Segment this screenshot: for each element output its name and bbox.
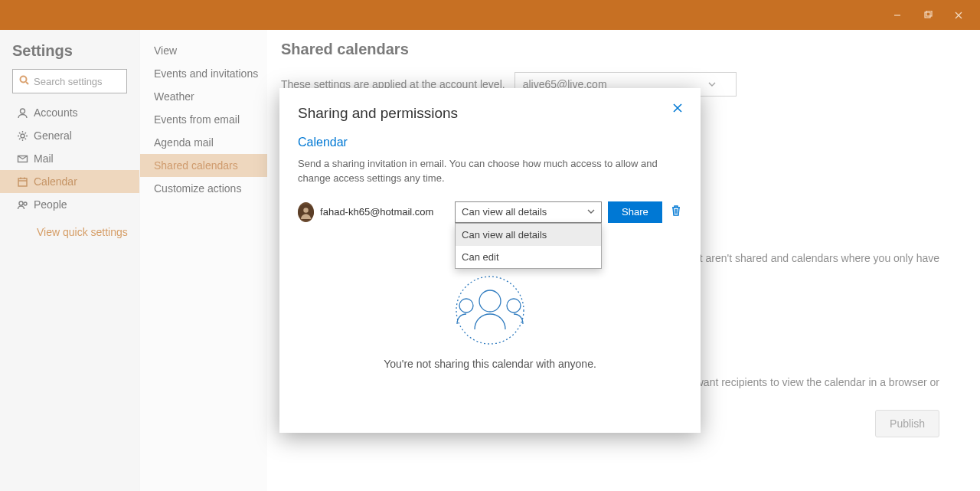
svg-point-21 xyxy=(479,290,501,312)
window-titlebar xyxy=(0,0,980,30)
window-maximize-button[interactable] xyxy=(913,3,943,28)
window-minimize-button[interactable] xyxy=(882,3,913,28)
chevron-down-icon xyxy=(587,206,595,218)
svg-point-20 xyxy=(456,277,524,344)
window-close-button[interactable] xyxy=(943,3,974,28)
share-user-email: fahad-kh65@hotmail.com xyxy=(320,206,449,218)
permission-dropdown-menu: Can view all details Can edit xyxy=(455,223,602,269)
close-icon xyxy=(672,103,683,116)
permission-dropdown[interactable]: Can view all details xyxy=(455,201,602,223)
dialog-description: Send a sharing invitation in email. You … xyxy=(298,157,681,186)
share-user-avatar xyxy=(298,202,314,222)
dialog-close-button[interactable] xyxy=(670,102,685,117)
permission-option-view-all[interactable]: Can view all details xyxy=(456,224,601,246)
share-button[interactable]: Share xyxy=(608,201,662,223)
remove-share-button[interactable] xyxy=(670,205,682,220)
people-illustration xyxy=(448,272,532,349)
svg-point-23 xyxy=(507,299,521,313)
svg-rect-1 xyxy=(925,12,930,18)
permission-option-can-edit[interactable]: Can edit xyxy=(456,246,601,268)
trash-icon xyxy=(671,205,681,220)
svg-rect-2 xyxy=(926,11,932,16)
sharing-permissions-dialog: Sharing and permissions Calendar Send a … xyxy=(279,88,701,433)
svg-point-22 xyxy=(459,299,473,313)
calendar-name: Calendar xyxy=(298,136,682,149)
svg-point-19 xyxy=(303,208,308,212)
empty-state-text: You're not sharing this calendar with an… xyxy=(298,358,682,370)
dialog-title: Sharing and permissions xyxy=(298,105,682,122)
